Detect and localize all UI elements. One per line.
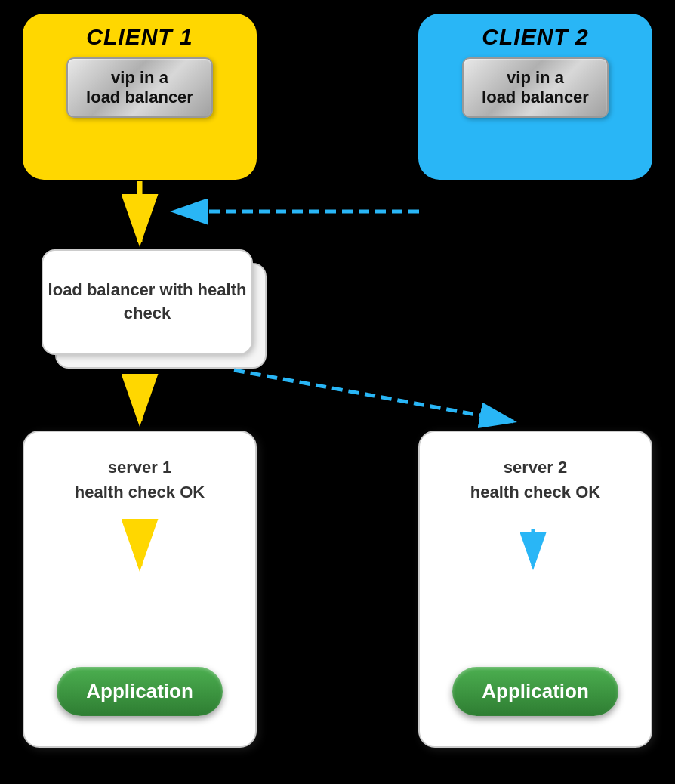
server2-app-button: Application <box>452 667 618 716</box>
diagram-container: CLIENT 1 vip in aload balancer CLIENT 2 … <box>0 0 675 784</box>
lb-box-front: load balancer with health check <box>42 249 253 355</box>
client2-vip-text: vip in aload balancer <box>482 68 589 106</box>
lb-text: load balancer with health check <box>43 279 251 326</box>
client1-box: CLIENT 1 vip in aload balancer <box>23 14 257 180</box>
lb-stack: load balancer with health check <box>42 249 260 370</box>
server1-box: server 1health check OK Application <box>23 431 257 748</box>
server2-text: server 2health check OK <box>470 455 600 505</box>
server2-box: server 2health check OK Application <box>418 431 652 748</box>
client1-vip-box: vip in aload balancer <box>66 57 213 118</box>
server1-app-button: Application <box>57 667 223 716</box>
server1-text: server 1health check OK <box>75 455 205 505</box>
client1-vip-text: vip in aload balancer <box>86 68 193 106</box>
lb-label: load balancer with health check <box>48 280 247 323</box>
client1-label: CLIENT 1 <box>86 24 193 50</box>
server1-app-label: Application <box>86 680 193 703</box>
server2-app-label: Application <box>482 680 589 703</box>
client2-box: CLIENT 2 vip in aload balancer <box>418 14 652 180</box>
client2-label: CLIENT 2 <box>482 24 588 50</box>
client2-vip-box: vip in aload balancer <box>462 57 609 118</box>
arrow-lb-to-server2 <box>234 370 513 421</box>
